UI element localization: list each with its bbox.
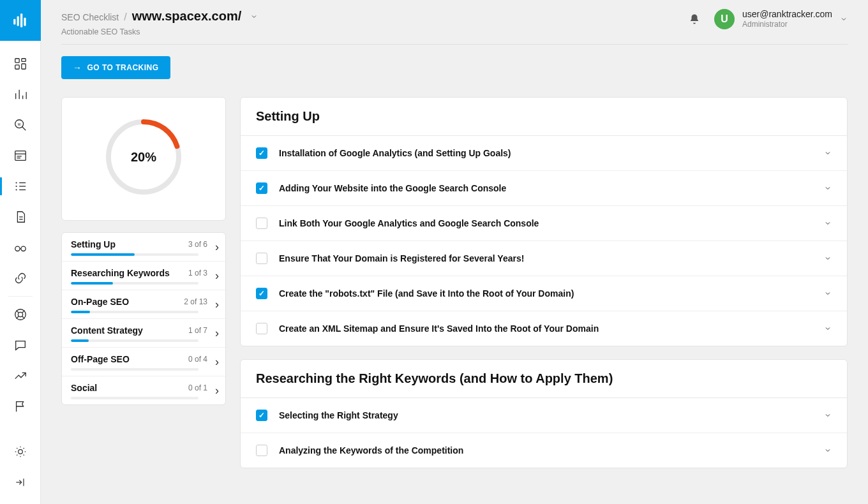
chevron-down-icon[interactable] [824, 184, 832, 192]
category-name: Setting Up [71, 239, 188, 249]
bar-chart-icon [13, 87, 27, 101]
svg-line-33 [16, 316, 19, 319]
category-item[interactable]: Setting Up 3 of 6 › [62, 233, 225, 262]
task-checkbox[interactable] [256, 445, 267, 456]
nav-keyword-finder[interactable]: w [0, 110, 41, 140]
category-progress-bar [71, 368, 198, 371]
svg-rect-15 [15, 151, 26, 161]
category-item[interactable]: On-Page SEO 2 of 13 › [62, 290, 225, 319]
checklist-sections: Setting Up Installation of Google Analyt… [240, 97, 848, 481]
nav-flag[interactable] [0, 391, 41, 422]
svg-point-21 [15, 189, 17, 190]
nav-collapse[interactable] [0, 467, 41, 498]
task-checkbox[interactable] [256, 147, 267, 159]
topbar: SEO Checklist / www.spacex.com/ Actionab… [61, 0, 848, 45]
task-checkbox[interactable] [256, 253, 267, 264]
chevron-down-icon[interactable] [824, 411, 832, 419]
category-count: 2 of 13 [184, 297, 207, 306]
task-title: Create an XML Sitemap and Ensure It's Sa… [279, 323, 812, 334]
chevron-down-icon[interactable] [824, 290, 832, 297]
chevron-right-icon: › [215, 298, 219, 311]
go-to-tracking-button[interactable]: → GO TO TRACKING [61, 56, 170, 79]
chevron-right-icon: › [215, 327, 219, 340]
svg-rect-2 [20, 13, 22, 27]
svg-point-19 [15, 182, 17, 183]
brand-logo[interactable] [0, 0, 41, 41]
arrow-right-icon: → [73, 63, 82, 73]
project-selector-caret[interactable] [250, 13, 258, 20]
nav-trends[interactable] [0, 360, 41, 391]
svg-line-42 [17, 455, 17, 456]
project-selector[interactable]: www.spacex.com/ [132, 9, 242, 24]
chevron-down-icon[interactable] [824, 447, 832, 454]
nav-backlink-monitor[interactable] [0, 263, 41, 293]
category-count: 3 of 6 [188, 240, 207, 249]
category-count: 1 of 3 [188, 269, 207, 278]
trend-icon [13, 369, 27, 383]
sun-icon [14, 445, 27, 458]
section-title: Setting Up [256, 109, 832, 124]
category-count: 0 of 1 [188, 383, 207, 392]
chevron-right-icon: › [215, 269, 219, 283]
avatar: U [714, 9, 735, 29]
svg-point-27 [15, 246, 19, 251]
task-row[interactable]: Link Both Your Google Analytics and Goog… [241, 206, 847, 241]
svg-rect-1 [17, 17, 19, 26]
nav-serp-checker[interactable] [0, 140, 41, 171]
category-item[interactable]: Off-Page SEO 0 of 4 › [62, 348, 225, 376]
category-progress-bar [71, 397, 198, 399]
nav-feedback[interactable] [0, 330, 41, 360]
task-checkbox[interactable] [256, 218, 267, 229]
nav-rank-tracker[interactable] [0, 79, 41, 110]
svg-rect-5 [21, 59, 25, 62]
link-icon [13, 271, 27, 285]
task-checkbox[interactable] [256, 410, 267, 421]
chevron-down-icon[interactable] [824, 255, 832, 262]
task-row[interactable]: Ensure That Your Domain is Registered fo… [241, 241, 847, 276]
nav-seo-checklist[interactable] [0, 171, 41, 202]
chevron-down-icon[interactable] [824, 149, 832, 157]
document-icon [13, 210, 27, 224]
svg-line-34 [22, 311, 24, 313]
task-row[interactable]: Installation of Google Analytics (and Se… [241, 136, 847, 171]
task-title: Selecting the Right Strategy [279, 410, 812, 420]
category-list: Setting Up 3 of 6 › Researching Keywords… [61, 232, 226, 405]
nav-theme[interactable] [0, 436, 41, 467]
category-item[interactable]: Social 0 of 1 › [62, 376, 225, 404]
task-row[interactable]: Adding Your Website into the Google Sear… [241, 171, 847, 206]
category-item[interactable]: Content Strategy 1 of 7 › [62, 319, 225, 348]
nav-site-audit[interactable] [0, 202, 41, 232]
task-row[interactable]: Create the "robots.txt" File (and Save i… [241, 276, 847, 311]
task-title: Adding Your Website into the Google Sear… [279, 183, 812, 193]
nav-dashboard[interactable] [0, 48, 41, 79]
category-name: Content Strategy [71, 325, 188, 336]
category-name: Researching Keywords [71, 268, 188, 278]
user-email: user@ranktracker.com [742, 9, 832, 20]
category-progress-bar [71, 311, 198, 313]
task-checkbox[interactable] [256, 288, 267, 299]
task-checkbox[interactable] [256, 323, 267, 334]
section-title: Researching the Right Keywords (and How … [256, 371, 832, 386]
user-menu[interactable]: U user@ranktracker.com Administrator [714, 9, 848, 29]
chevron-right-icon: › [215, 384, 219, 397]
svg-rect-4 [15, 59, 19, 63]
svg-rect-3 [24, 18, 26, 26]
svg-line-32 [22, 316, 24, 319]
task-title: Create the "robots.txt" File (and Save i… [279, 288, 812, 299]
task-title: Link Both Your Google Analytics and Goog… [279, 218, 812, 228]
svg-rect-7 [15, 65, 19, 69]
chevron-down-icon[interactable] [824, 325, 832, 332]
category-progress-bar [71, 253, 198, 256]
nav-help[interactable] [0, 299, 41, 330]
task-row[interactable]: Create an XML Sitemap and Ensure It's Sa… [241, 311, 847, 346]
nav-backlink-checker[interactable] [0, 232, 41, 263]
chevron-down-icon[interactable] [824, 219, 832, 227]
task-row[interactable]: Analyzing the Keywords of the Competitio… [241, 433, 847, 468]
task-checkbox[interactable] [256, 182, 267, 194]
notifications-button[interactable] [689, 13, 700, 25]
category-name: On-Page SEO [71, 297, 184, 307]
task-row[interactable]: Selecting the Right Strategy [241, 398, 847, 433]
category-item[interactable]: Researching Keywords 1 of 3 › [62, 262, 225, 290]
checklist-section: Setting Up Installation of Google Analyt… [240, 97, 848, 346]
breadcrumb-root[interactable]: SEO Checklist [61, 12, 119, 22]
